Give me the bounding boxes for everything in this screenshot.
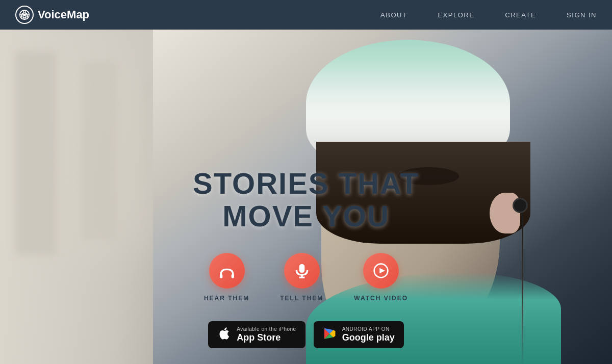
nav-explore[interactable]: EXPLORE bbox=[438, 11, 474, 19]
googleplay-line2: Google play bbox=[342, 333, 395, 343]
svg-rect-6 bbox=[231, 274, 234, 278]
svg-rect-3 bbox=[21, 15, 22, 18]
svg-rect-5 bbox=[220, 274, 222, 278]
hero-title-line2: MOVE YOU bbox=[222, 199, 390, 232]
action-buttons: HEAR THEM TELL THEM bbox=[204, 253, 408, 302]
store-badges: Available on the iPhone App Store bbox=[208, 321, 403, 348]
nav-signin[interactable]: SIGN IN bbox=[567, 11, 597, 19]
nav-create[interactable]: CREATE bbox=[505, 11, 536, 19]
hero-section: VoiceMap ABOUT EXPLORE CREATE SIGN IN ST… bbox=[0, 0, 612, 364]
microphone-icon bbox=[294, 263, 310, 279]
logo-icon bbox=[15, 6, 34, 24]
hear-icon-circle[interactable] bbox=[209, 253, 245, 289]
watch-icon-circle[interactable] bbox=[363, 253, 399, 289]
watch-label: WATCH VIDEO bbox=[354, 295, 408, 302]
apple-icon bbox=[217, 326, 232, 343]
hero-title-line1: STORIES THAT bbox=[193, 167, 419, 200]
play-icon bbox=[373, 263, 389, 279]
appstore-text: Available on the iPhone App Store bbox=[237, 326, 296, 343]
watch-video-item[interactable]: WATCH VIDEO bbox=[354, 253, 408, 302]
navbar: VoiceMap ABOUT EXPLORE CREATE SIGN IN bbox=[0, 0, 612, 30]
hero-title: STORIES THAT MOVE YOU bbox=[193, 167, 419, 232]
googleplay-text: ANDROID APP ON Google play bbox=[342, 326, 395, 343]
appstore-line2: App Store bbox=[237, 333, 296, 343]
googleplay-icon bbox=[323, 326, 337, 343]
logo-text: VoiceMap bbox=[38, 8, 89, 21]
nav-about[interactable]: ABOUT bbox=[380, 11, 407, 19]
hear-label: HEAR THEM bbox=[204, 295, 249, 302]
googleplay-badge[interactable]: ANDROID APP ON Google play bbox=[314, 321, 404, 348]
nav-links: ABOUT EXPLORE CREATE SIGN IN bbox=[380, 10, 597, 19]
googleplay-line1: ANDROID APP ON bbox=[342, 326, 395, 332]
appstore-line1: Available on the iPhone bbox=[237, 326, 296, 332]
svg-rect-4 bbox=[27, 15, 28, 18]
headphones-icon bbox=[219, 263, 235, 279]
tell-icon-circle[interactable] bbox=[284, 253, 320, 289]
tell-label: TELL THEM bbox=[280, 295, 323, 302]
svg-point-2 bbox=[23, 14, 26, 16]
tell-them-item[interactable]: TELL THEM bbox=[280, 253, 323, 302]
svg-rect-7 bbox=[299, 264, 304, 272]
hear-them-item[interactable]: HEAR THEM bbox=[204, 253, 249, 302]
logo[interactable]: VoiceMap bbox=[15, 6, 380, 24]
hero-content: STORIES THAT MOVE YOU HEAR THEM bbox=[0, 30, 612, 348]
svg-marker-11 bbox=[380, 268, 386, 273]
appstore-badge[interactable]: Available on the iPhone App Store bbox=[208, 321, 305, 348]
